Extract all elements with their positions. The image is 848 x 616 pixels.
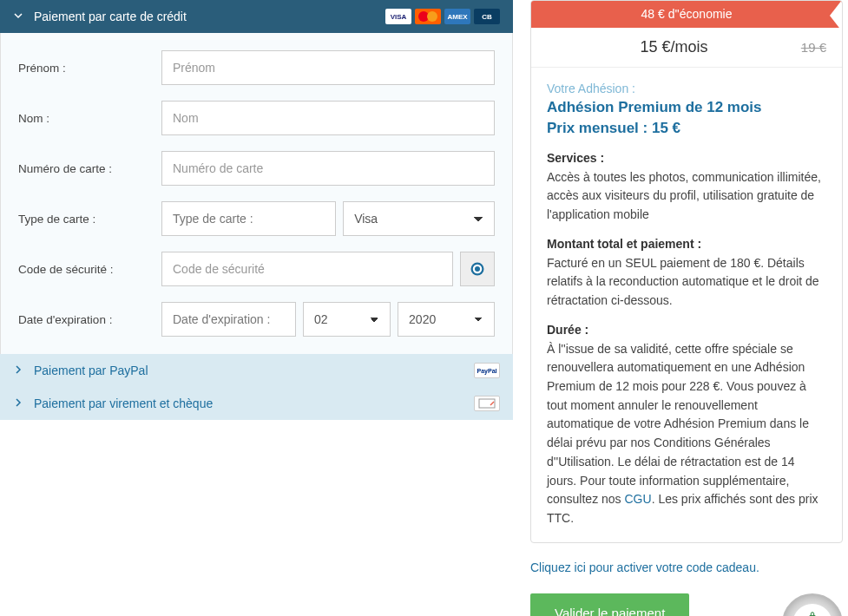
services-title: Services : bbox=[547, 151, 826, 165]
info-icon bbox=[470, 261, 485, 277]
accordion-paypal[interactable]: Paiement par PayPal PayPal bbox=[0, 354, 513, 387]
cardtype-select[interactable]: Visa bbox=[343, 201, 495, 236]
amex-icon: AMEX bbox=[444, 9, 470, 24]
order-summary: 48 € d''économie 15 €/mois 19 € Votre Ad… bbox=[530, 0, 843, 543]
expiry-year-select[interactable]: 2020 bbox=[398, 302, 495, 337]
chevron-right-icon bbox=[13, 364, 23, 377]
cardnumber-input[interactable] bbox=[161, 151, 495, 186]
cgu-link[interactable]: CGU bbox=[625, 492, 652, 506]
validate-payment-button[interactable]: Valider le paiement bbox=[530, 593, 689, 616]
firstname-label: Prénom : bbox=[18, 62, 161, 75]
lock-icon bbox=[808, 612, 817, 616]
accordion-title: Paiement par PayPal bbox=[34, 364, 148, 377]
accordion-title: Paiement par carte de crédit bbox=[34, 10, 187, 23]
cvv-input[interactable] bbox=[161, 252, 453, 286]
cardtype-static-label: Type de carte : bbox=[161, 201, 336, 236]
adhesion-title: Adhésion Premium de 12 mois Prix mensuel… bbox=[547, 97, 826, 139]
accordion-title: Paiement par virement et chèque bbox=[34, 396, 213, 410]
price-row: 15 €/mois 19 € bbox=[531, 28, 842, 68]
services-text: Accès à toutes les photos, communication… bbox=[547, 168, 826, 225]
svg-point-2 bbox=[475, 266, 480, 272]
duration-title: Durée : bbox=[547, 323, 826, 337]
lastname-input[interactable] bbox=[161, 101, 495, 135]
chevron-down-icon bbox=[13, 10, 23, 23]
gift-code-link[interactable]: Cliquez ici pour activer votre code cade… bbox=[530, 560, 843, 574]
chevron-right-icon bbox=[13, 396, 23, 410]
cheque-icon bbox=[474, 396, 500, 411]
accordion-transfer[interactable]: Paiement par virement et chèque bbox=[0, 387, 513, 420]
ssl-badge: POSITIVE SSL bbox=[782, 593, 843, 616]
credit-card-form: Prénom : Nom : Numéro de carte : Type de… bbox=[0, 33, 513, 354]
accordion-credit-card[interactable]: Paiement par carte de crédit VISA AMEX C… bbox=[0, 0, 513, 33]
adhesion-label: Votre Adhésion : bbox=[547, 82, 826, 95]
duration-text: À l''issue de sa validité, cette offre s… bbox=[547, 340, 826, 528]
expiry-label: Date d'expiration : bbox=[18, 313, 161, 326]
visa-icon: VISA bbox=[385, 9, 411, 24]
cardnumber-label: Numéro de carte : bbox=[18, 162, 161, 175]
expiry-static-label: Date d'expiration : bbox=[161, 302, 296, 337]
paypal-icon: PayPal bbox=[474, 363, 500, 378]
cvv-info-button[interactable] bbox=[460, 252, 495, 286]
cardtype-label: Type de carte : bbox=[18, 213, 161, 226]
expiry-month-select[interactable]: 02 bbox=[303, 302, 391, 337]
price-current: 15 €/mois bbox=[547, 38, 801, 56]
cvv-label: Code de sécurité : bbox=[18, 263, 161, 276]
card-brand-logos: VISA AMEX CB bbox=[385, 9, 500, 24]
firstname-input[interactable] bbox=[161, 50, 495, 85]
lastname-label: Nom : bbox=[18, 112, 161, 125]
price-old: 19 € bbox=[801, 40, 826, 55]
savings-ribbon: 48 € d''économie bbox=[530, 0, 843, 28]
mastercard-icon bbox=[415, 9, 441, 24]
cb-icon: CB bbox=[474, 9, 500, 24]
total-text: Facturé en un SEUL paiement de 180 €. Dé… bbox=[547, 254, 826, 311]
total-title: Montant total et paiement : bbox=[547, 237, 826, 251]
